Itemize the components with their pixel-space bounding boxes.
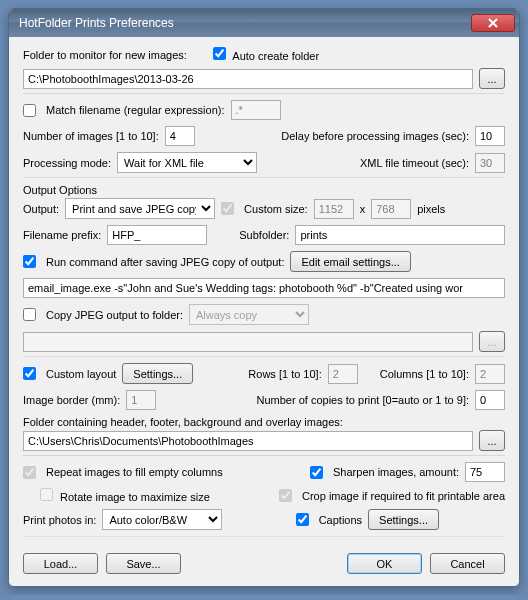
load-button[interactable]: Load...: [23, 553, 98, 574]
overlay-folder-label: Folder containing header, footer, backgr…: [23, 416, 343, 428]
output-label: Output:: [23, 203, 59, 215]
sharpen-input[interactable]: [465, 462, 505, 482]
save-button[interactable]: Save...: [106, 553, 181, 574]
ok-button[interactable]: OK: [347, 553, 422, 574]
folder-monitor-label: Folder to monitor for new images:: [23, 49, 187, 61]
crop-image-label: Crop image if required to fit printable …: [302, 490, 505, 502]
folder-monitor-browse[interactable]: ...: [479, 68, 505, 89]
repeat-images-label: Repeat images to fill empty columns: [46, 466, 223, 478]
repeat-images-checkbox[interactable]: [23, 466, 36, 479]
rotate-image-label: Rotate image to maximize size: [60, 491, 210, 503]
columns-label: Columns [1 to 10]:: [380, 368, 469, 380]
run-command-input[interactable]: [23, 278, 505, 298]
auto-create-folder-checkbox[interactable]: [213, 47, 226, 60]
sharpen-checkbox[interactable]: [310, 466, 323, 479]
copies-input[interactable]: [475, 390, 505, 410]
processing-mode-label: Processing mode:: [23, 157, 111, 169]
close-icon: [488, 18, 498, 28]
run-command-checkbox[interactable]: [23, 255, 36, 268]
copy-jpeg-browse[interactable]: ...: [479, 331, 505, 352]
custom-size-h[interactable]: [371, 199, 411, 219]
num-images-input[interactable]: [165, 126, 195, 146]
custom-size-checkbox[interactable]: [221, 202, 234, 215]
xml-timeout-label: XML file timeout (sec):: [360, 157, 469, 169]
filename-prefix-label: Filename prefix:: [23, 229, 101, 241]
filename-prefix-input[interactable]: [107, 225, 207, 245]
custom-layout-label: Custom layout: [46, 368, 116, 380]
subfolder-label: Subfolder:: [239, 229, 289, 241]
copy-jpeg-label: Copy JPEG output to folder:: [46, 309, 183, 321]
custom-size-x: x: [360, 203, 366, 215]
delay-input[interactable]: [475, 126, 505, 146]
xml-timeout-input[interactable]: [475, 153, 505, 173]
close-button[interactable]: [471, 14, 515, 32]
processing-mode-select[interactable]: Wait for XML file: [117, 152, 257, 173]
captions-checkbox[interactable]: [296, 513, 309, 526]
cancel-button[interactable]: Cancel: [430, 553, 505, 574]
border-input[interactable]: [126, 390, 156, 410]
delay-label: Delay before processing images (sec):: [281, 130, 469, 142]
rows-input[interactable]: [328, 364, 358, 384]
captions-label: Captions: [319, 514, 362, 526]
print-photos-label: Print photos in:: [23, 514, 96, 526]
columns-input[interactable]: [475, 364, 505, 384]
border-label: Image border (mm):: [23, 394, 120, 406]
overlay-folder-path[interactable]: [23, 431, 473, 451]
run-command-label: Run command after saving JPEG copy of ou…: [46, 256, 284, 268]
sharpen-label: Sharpen images, amount:: [333, 466, 459, 478]
overlay-folder-browse[interactable]: ...: [479, 430, 505, 451]
rows-label: Rows [1 to 10]:: [248, 368, 321, 380]
print-photos-select[interactable]: Auto color/B&W: [102, 509, 222, 530]
captions-settings-button[interactable]: Settings...: [368, 509, 439, 530]
titlebar[interactable]: HotFolder Prints Preferences: [9, 9, 519, 37]
folder-monitor-path[interactable]: [23, 69, 473, 89]
copy-jpeg-checkbox[interactable]: [23, 308, 36, 321]
preferences-dialog: HotFolder Prints Preferences Folder to m…: [8, 8, 520, 587]
match-filename-label: Match filename (regular expression):: [46, 104, 225, 116]
custom-size-w[interactable]: [314, 199, 354, 219]
custom-layout-settings-button[interactable]: Settings...: [122, 363, 193, 384]
auto-create-folder-label: Auto create folder: [232, 50, 319, 62]
copies-label: Number of copies to print [0=auto or 1 t…: [257, 394, 469, 406]
custom-layout-checkbox[interactable]: [23, 367, 36, 380]
copy-jpeg-mode-select[interactable]: Always copy: [189, 304, 309, 325]
dialog-content: Folder to monitor for new images: Auto c…: [9, 37, 519, 586]
subfolder-input[interactable]: [295, 225, 505, 245]
output-options-group: Output Options: [23, 184, 505, 196]
match-filename-checkbox[interactable]: [23, 104, 36, 117]
custom-size-label: Custom size:: [244, 203, 308, 215]
rotate-image-checkbox[interactable]: [40, 488, 53, 501]
edit-email-settings-button[interactable]: Edit email settings...: [290, 251, 410, 272]
output-select[interactable]: Print and save JPEG copy: [65, 198, 215, 219]
num-images-label: Number of images [1 to 10]:: [23, 130, 159, 142]
separator: [23, 536, 505, 537]
copy-jpeg-path[interactable]: [23, 332, 473, 352]
custom-size-px: pixels: [417, 203, 445, 215]
crop-image-checkbox[interactable]: [279, 489, 292, 502]
match-filename-input[interactable]: [231, 100, 281, 120]
window-title: HotFolder Prints Preferences: [19, 16, 471, 30]
